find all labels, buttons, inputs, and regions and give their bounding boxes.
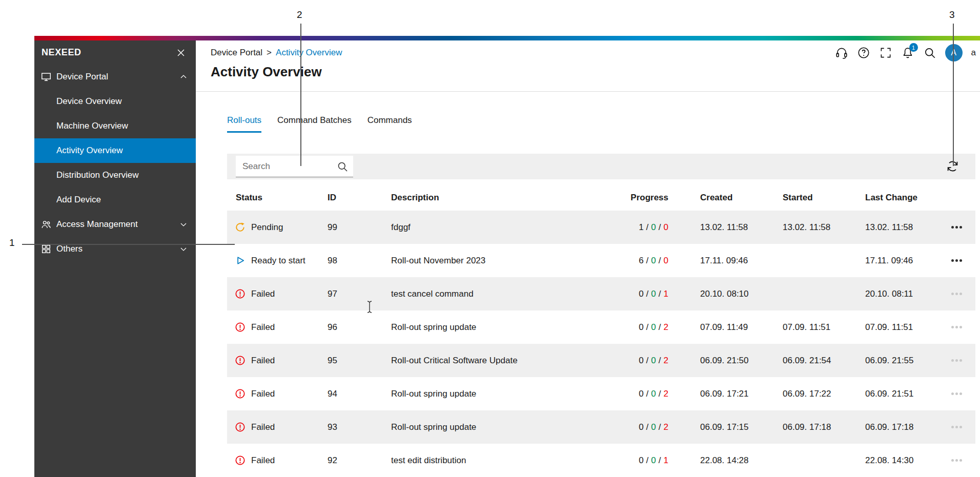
page-title: Activity Overview <box>211 64 322 80</box>
sidebar-item-label: Add Device <box>56 195 101 205</box>
row-actions-icon <box>955 293 958 295</box>
tab-roll-outs[interactable]: Roll-outs <box>227 115 261 133</box>
cell-id: 98 <box>328 256 391 266</box>
annotation-line-1 <box>22 244 235 245</box>
status-failed-icon <box>235 422 246 432</box>
breadcrumb-current[interactable]: Activity Overview <box>276 48 342 58</box>
col-description: Description <box>391 193 610 203</box>
headset-support-icon[interactable] <box>835 46 848 59</box>
row-actions-icon <box>955 359 958 362</box>
cell-created: 06.09. 17:15 <box>682 422 764 432</box>
cell-id: 94 <box>328 389 391 399</box>
cell-created: 22.08. 14:28 <box>682 455 764 466</box>
cell-status: Ready to start <box>227 255 328 266</box>
status-failed-icon <box>235 455 246 466</box>
tab-commands[interactable]: Commands <box>368 115 412 133</box>
app-window: NEXEED Device Portal Device Overview Mac… <box>34 40 980 477</box>
table-row[interactable]: Ready to start 98 Roll-out November 2023… <box>227 244 975 277</box>
cell-created: 20.10. 08:10 <box>682 289 764 299</box>
annotation-label-3: 3 <box>949 9 955 20</box>
table-body: Pending 99 fdggf 1/0/0 13.02. 11:58 13.0… <box>227 211 975 477</box>
row-actions-icon <box>955 326 958 328</box>
sidebar-item-machine-overview[interactable]: Machine Overview <box>34 114 196 138</box>
cell-actions <box>938 293 975 295</box>
cell-description: Roll-out spring update <box>391 422 610 432</box>
breadcrumb-parent[interactable]: Device Portal <box>211 48 262 58</box>
breadcrumb: Device Portal > Activity Overview <box>211 48 342 58</box>
cell-status: Failed <box>227 322 328 333</box>
table-row[interactable]: Pending 99 fdggf 1/0/0 13.02. 11:58 13.0… <box>227 211 975 244</box>
cell-id: 92 <box>328 455 391 466</box>
cell-progress: 0/0/1 <box>610 289 682 299</box>
tab-bar: Roll-outs Command Batches Commands <box>227 115 412 133</box>
cell-id: 96 <box>328 322 391 333</box>
sidebar-item-label: Access Management <box>56 219 178 230</box>
cell-started: 06.09. 17:22 <box>764 389 847 399</box>
cell-actions <box>938 392 975 395</box>
sidebar-item-others[interactable]: Others <box>34 237 196 261</box>
cell-description: fdggf <box>391 222 610 233</box>
cell-description: Roll-out November 2023 <box>391 256 610 266</box>
table-row[interactable]: Failed 92 test edit distribution 0/0/1 2… <box>227 444 975 477</box>
cell-last-change: 06.09. 17:18 <box>847 422 938 432</box>
sidebar-item-device-portal[interactable]: Device Portal <box>34 65 196 89</box>
cell-id: 95 <box>328 356 391 366</box>
sidebar-item-access-management[interactable]: Access Management <box>34 212 196 237</box>
cell-actions <box>938 226 975 229</box>
text-cursor <box>366 300 373 316</box>
sidebar-item-distribution-overview[interactable]: Distribution Overview <box>34 163 196 188</box>
sidebar-close-icon[interactable] <box>174 46 188 59</box>
search-icon[interactable] <box>923 46 936 59</box>
cell-progress: 0/0/1 <box>610 455 682 466</box>
col-status: Status <box>227 193 328 203</box>
cell-actions <box>938 426 975 428</box>
table-row[interactable]: Failed 97 test cancel command 0/0/1 20.1… <box>227 277 975 310</box>
row-actions-icon[interactable] <box>955 259 958 262</box>
cell-started: 07.09. 11:51 <box>764 322 847 333</box>
cell-created: 07.09. 11:49 <box>682 322 764 333</box>
row-actions-icon[interactable] <box>955 226 958 229</box>
sidebar-item-add-device[interactable]: Add Device <box>34 188 196 212</box>
cell-id: 97 <box>328 289 391 299</box>
cell-started: 06.09. 21:54 <box>764 356 847 366</box>
fullscreen-icon[interactable] <box>879 46 892 59</box>
status-label: Pending <box>251 222 283 233</box>
status-label: Ready to start <box>251 256 305 266</box>
notifications-bell-icon[interactable]: 1 <box>901 46 914 59</box>
cell-actions <box>938 259 975 262</box>
clipped-edge-text: a <box>971 48 976 58</box>
sidebar-item-label: Device Overview <box>56 96 122 107</box>
main-content: Device Portal > Activity Overview 1 <box>196 40 980 477</box>
annotation-line-2 <box>300 24 301 166</box>
table-row[interactable]: Failed 93 Roll-out spring update 0/0/2 0… <box>227 410 975 444</box>
tab-command-batches[interactable]: Command Batches <box>277 115 352 133</box>
chevron-down-icon <box>178 244 189 254</box>
table-row[interactable]: Failed 96 Roll-out spring update 0/0/2 0… <box>227 310 975 344</box>
annotation-line-3 <box>953 24 954 166</box>
status-label: Failed <box>251 322 275 333</box>
brand-gradient-strip <box>34 36 980 40</box>
table-row[interactable]: Failed 94 Roll-out spring update 0/0/2 0… <box>227 377 975 410</box>
rollouts-table: Status ID Description Progress Created S… <box>227 154 975 477</box>
cell-started: 13.02. 11:58 <box>764 222 847 233</box>
search-input[interactable] <box>236 156 353 177</box>
cell-status: Failed <box>227 388 328 399</box>
cell-description: Roll-out spring update <box>391 389 610 399</box>
status-label: Failed <box>251 289 275 299</box>
sidebar-item-label: Activity Overview <box>56 146 122 156</box>
cell-id: 99 <box>328 222 391 233</box>
cell-progress: 0/0/2 <box>610 322 682 333</box>
access-management-icon <box>40 219 52 230</box>
sidebar-item-device-overview[interactable]: Device Overview <box>34 89 196 114</box>
sidebar: NEXEED Device Portal Device Overview Mac… <box>34 40 196 477</box>
cell-progress: 6/0/0 <box>610 256 682 266</box>
col-started: Started <box>764 193 847 203</box>
help-icon[interactable] <box>857 46 870 59</box>
topbar-icon-cluster: 1 A a <box>835 44 976 61</box>
cell-created: 13.02. 11:58 <box>682 222 764 233</box>
cell-status: Failed <box>227 355 328 366</box>
table-header: Status ID Description Progress Created S… <box>227 185 975 211</box>
sidebar-item-activity-overview[interactable]: Activity Overview <box>34 138 196 163</box>
cell-status: Failed <box>227 288 328 299</box>
table-row[interactable]: Failed 95 Roll-out Critical Software Upd… <box>227 344 975 377</box>
